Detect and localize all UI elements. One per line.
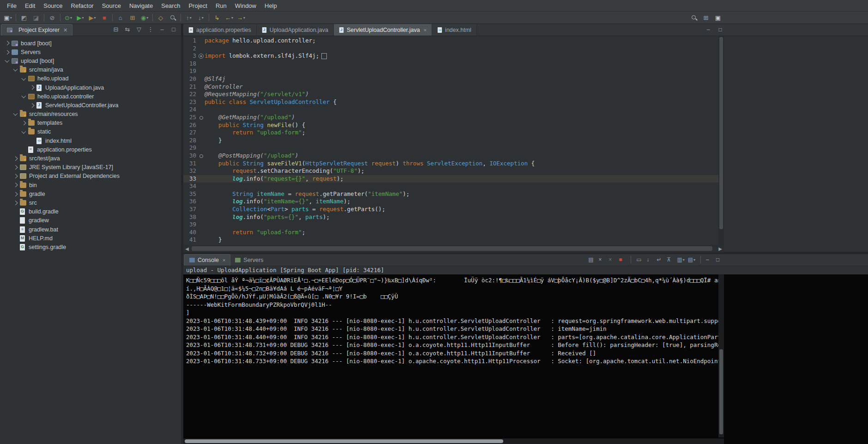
- search-button[interactable]: [167, 12, 179, 23]
- previous-annotation-button[interactable]: ↑▾: [183, 12, 195, 23]
- code-line-24[interactable]: 24: [183, 106, 718, 114]
- chevron-right-icon[interactable]: [20, 120, 27, 127]
- scrollbar-thumb[interactable]: [719, 349, 723, 434]
- scrollbar-thumb[interactable]: [185, 439, 503, 443]
- menu-refactor[interactable]: Refactor: [67, 1, 98, 11]
- tree-item-project-and-external-dependencies[interactable]: Project and External Dependencies: [0, 172, 181, 181]
- scroll-right-icon[interactable]: ▶: [717, 246, 724, 251]
- minimize-icon[interactable]: –: [705, 26, 712, 33]
- editor-tab-uploadapplication-java[interactable]: UploadApplication.java: [257, 24, 334, 36]
- code-line-29[interactable]: 29: [183, 144, 718, 152]
- editor-horizontal-scrollbar[interactable]: ◀ ▶: [183, 245, 724, 252]
- chevron-right-icon[interactable]: [12, 173, 19, 180]
- view-menu-icon[interactable]: ⋮: [147, 26, 154, 33]
- tree-item-application-properties[interactable]: application.properties: [0, 145, 181, 154]
- maximize-icon[interactable]: □: [717, 26, 724, 33]
- tree-item-src-main-resources[interactable]: src/main/resources: [0, 110, 181, 119]
- open-console-icon[interactable]: ▤▾: [688, 256, 695, 263]
- scrollbar-thumb[interactable]: [192, 246, 712, 251]
- next-annotation-button[interactable]: ↓▾: [195, 12, 207, 23]
- scrollbar-track[interactable]: [191, 246, 717, 251]
- tree-item-hello-upload-controller[interactable]: hello.upload.controller: [0, 92, 181, 101]
- tree-item-board-boot[interactable]: board [boot]: [0, 39, 181, 48]
- code-line-32[interactable]: 32 request.setCharacterEncoding("UTF-8")…: [183, 167, 718, 175]
- save-all-button[interactable]: ◪: [30, 12, 42, 23]
- word-wrap-icon[interactable]: ↵: [657, 256, 663, 263]
- tree-item-gradlew[interactable]: gradlew: [0, 216, 181, 225]
- code-line-36[interactable]: 36 log.info("itemName={}", itemName);: [183, 198, 718, 206]
- code-line-1[interactable]: 1package hello.upload.controller;: [183, 37, 718, 45]
- code-editor[interactable]: 1package hello.upload.controller;23impor…: [183, 36, 868, 245]
- code-line-40[interactable]: 40 return "upload-form";: [183, 229, 718, 237]
- tree-item-build-gradle[interactable]: build.gradle: [0, 207, 181, 216]
- stop-button[interactable]: ■: [98, 12, 110, 23]
- menu-help[interactable]: Help: [260, 1, 281, 11]
- close-icon[interactable]: ✕: [63, 27, 67, 33]
- tree-item-upload-boot[interactable]: upload [boot]: [0, 56, 181, 65]
- code-line-21[interactable]: 21@Controller: [183, 83, 718, 91]
- code-line-19[interactable]: 19: [183, 67, 718, 75]
- menu-window[interactable]: Window: [231, 1, 260, 11]
- collapse-all-icon[interactable]: ⊟: [112, 26, 120, 33]
- tree-item-index-html[interactable]: index.html: [0, 136, 181, 145]
- chevron-right-icon[interactable]: [29, 84, 36, 91]
- console-output[interactable]: K□□Ñc59□□□ôl åÝ ª¬ä¼□ï□¢ÂPÙAØRïEÅ¹□.¬□+E…: [183, 274, 721, 438]
- code-line-35[interactable]: 35 String itemName = request.getParamete…: [183, 190, 718, 198]
- chevron-down-icon[interactable]: [4, 57, 11, 64]
- code-line-27[interactable]: 27 return "upload-form";: [183, 129, 718, 137]
- display-console-icon[interactable]: ▥▾: [677, 256, 684, 263]
- close-icon[interactable]: ×: [423, 27, 426, 33]
- console-tab-console[interactable]: Console×: [184, 254, 230, 266]
- menu-source[interactable]: Source: [98, 1, 125, 11]
- console-vertical-scrollbar[interactable]: [718, 274, 724, 438]
- minimize-icon[interactable]: –: [158, 26, 166, 33]
- show-console-on-output-icon[interactable]: ▤: [588, 256, 595, 263]
- remove-launch-icon[interactable]: ×: [598, 256, 605, 263]
- scroll-left-icon[interactable]: ◀: [183, 246, 191, 251]
- new-class-button[interactable]: ◉▾: [139, 12, 151, 23]
- collapsed-code-icon[interactable]: [321, 53, 327, 59]
- back-button[interactable]: ←▾: [223, 12, 235, 23]
- code-line-31[interactable]: 31 public String saveFileV1(HttpServletR…: [183, 160, 718, 168]
- clear-console-icon[interactable]: ▭: [636, 256, 643, 263]
- new-wizard-button[interactable]: ▣▾: [2, 12, 14, 23]
- remove-all-launches-icon[interactable]: ×: [609, 256, 615, 263]
- terminate-icon[interactable]: ■: [619, 256, 626, 263]
- debug-button[interactable]: ⊙▾: [62, 12, 74, 23]
- code-line-22[interactable]: 22@RequestMapping("/servlet/v1"): [183, 91, 718, 98]
- fold-marker-icon[interactable]: [198, 52, 205, 60]
- tree-item-help-md[interactable]: HELP.md: [0, 234, 181, 243]
- editor-tab-application-properties[interactable]: application.properties: [183, 24, 257, 36]
- code-line-18[interactable]: 18: [183, 60, 718, 68]
- quick-search-button[interactable]: [688, 12, 700, 23]
- tree-item-src-test-java[interactable]: src/test/java: [0, 154, 181, 163]
- code-line-2[interactable]: 2: [183, 45, 718, 53]
- tree-item-gradle[interactable]: gradle: [0, 189, 181, 198]
- menu-source[interactable]: Source: [39, 1, 66, 11]
- profile-button[interactable]: ▶▾: [86, 12, 98, 23]
- tree-item-servers[interactable]: Servers: [0, 48, 181, 56]
- editor-tab-servletuploadcontroller-java[interactable]: ServletUploadController.java×: [334, 24, 432, 36]
- chevron-down-icon[interactable]: [20, 128, 27, 135]
- scrollbar-thumb[interactable]: [719, 37, 723, 229]
- code-line-26[interactable]: 26 public String newFile() {: [183, 122, 718, 129]
- save-button[interactable]: ◩: [18, 12, 30, 23]
- filter-icon[interactable]: ▽: [135, 26, 143, 33]
- tree-item-uploadapplication-java[interactable]: UploadApplication.java: [0, 83, 181, 92]
- chevron-right-icon[interactable]: [12, 199, 19, 206]
- code-line-38[interactable]: 38 log.info("parts={}", parts);: [183, 213, 718, 221]
- code-line-41[interactable]: 41 }: [183, 236, 718, 244]
- link-with-editor-icon[interactable]: ⇆: [124, 26, 131, 33]
- chevron-down-icon[interactable]: [12, 111, 19, 118]
- chevron-right-icon[interactable]: [29, 102, 36, 109]
- chevron-right-icon[interactable]: [4, 40, 11, 47]
- menu-search[interactable]: Search: [157, 1, 184, 11]
- open-perspective-button[interactable]: ⊞: [700, 12, 712, 23]
- maximize-icon[interactable]: □: [170, 26, 177, 33]
- code-line-20[interactable]: 20@Slf4j: [183, 75, 718, 83]
- code-line-39[interactable]: 39: [183, 221, 718, 229]
- chevron-down-icon[interactable]: [12, 67, 19, 73]
- tree-item-jre-system-library-javase-17[interactable]: JRE System Library [JavaSE-17]: [0, 163, 181, 172]
- tree-item-gradlew-bat[interactable]: gradlew.bat: [0, 225, 181, 234]
- code-line-37[interactable]: 37 Collection<Part> parts = request.getP…: [183, 206, 718, 213]
